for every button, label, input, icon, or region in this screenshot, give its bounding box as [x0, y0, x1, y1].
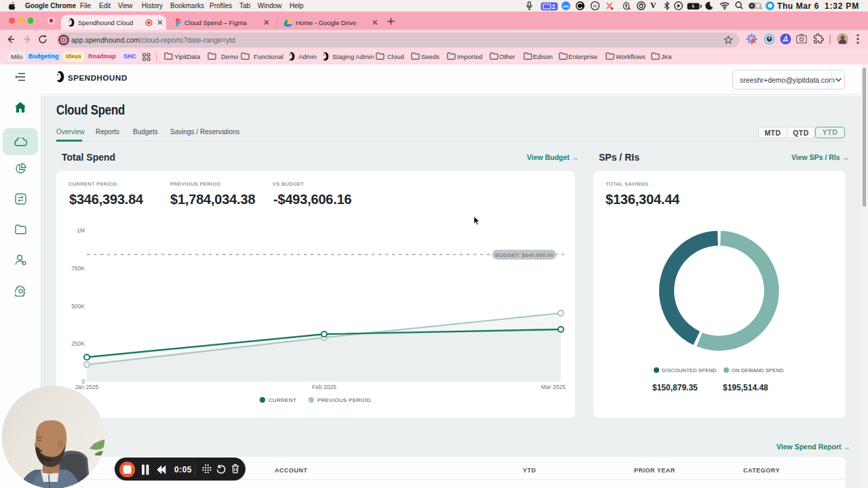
svg-text:Mar 2025: Mar 2025 [541, 384, 566, 390]
svg-text:BUDGET: $840,000.00: BUDGET: $840,000.00 [495, 252, 553, 258]
svg-text:zm: zm [563, 4, 568, 8]
svg-text:∞: ∞ [593, 3, 597, 9]
svg-text:250K: 250K [71, 340, 85, 347]
svg-text:Feb 2025: Feb 2025 [312, 384, 336, 390]
svg-text:750K: 750K [71, 265, 85, 272]
svg-text:1M: 1M [77, 227, 85, 234]
svg-text:500K: 500K [71, 303, 85, 310]
svg-text:CURRENT: CURRENT [269, 397, 296, 403]
svg-text:PREVIOUS PERIOD: PREVIOUS PERIOD [317, 397, 371, 403]
